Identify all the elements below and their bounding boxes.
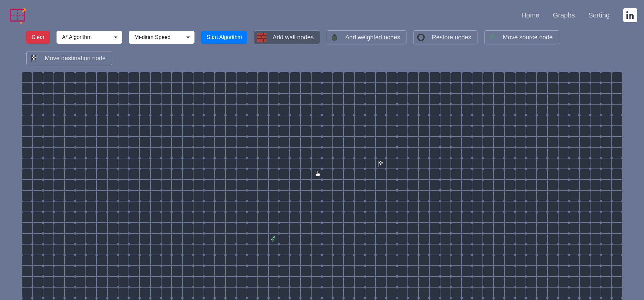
grid-cell[interactable] — [269, 255, 279, 266]
grid-cell[interactable] — [344, 255, 354, 266]
grid-cell[interactable] — [150, 276, 161, 287]
grid-cell[interactable] — [236, 180, 247, 190]
grid-cell[interactable] — [107, 169, 118, 180]
grid-cell[interactable] — [504, 104, 515, 115]
grid-cell[interactable] — [161, 115, 172, 126]
grid-cell[interactable] — [107, 126, 118, 137]
grid-cell[interactable] — [140, 126, 150, 137]
grid-cell[interactable] — [290, 180, 300, 190]
grid-cell[interactable] — [408, 255, 419, 266]
grid-cell[interactable] — [494, 244, 504, 255]
grid-cell[interactable] — [172, 298, 182, 300]
grid-cell[interactable] — [311, 298, 322, 300]
grid-cell[interactable] — [215, 169, 225, 180]
grid-cell[interactable] — [269, 158, 279, 169]
grid-cell[interactable] — [365, 276, 376, 287]
grid-cell[interactable] — [204, 72, 215, 83]
grid-cell[interactable] — [440, 126, 451, 137]
grid-cell[interactable] — [204, 223, 215, 233]
grid-cell[interactable] — [215, 244, 225, 255]
grid-cell[interactable] — [150, 255, 161, 266]
grid-cell[interactable] — [462, 276, 472, 287]
grid-cell[interactable] — [225, 233, 236, 244]
grid-cell[interactable] — [526, 266, 537, 276]
grid-cell[interactable] — [193, 255, 204, 266]
grid-cell[interactable] — [537, 115, 547, 126]
grid-cell[interactable] — [258, 169, 269, 180]
grid-cell[interactable] — [504, 298, 515, 300]
grid-cell[interactable] — [462, 223, 472, 233]
grid-cell[interactable] — [397, 72, 408, 83]
grid-cell[interactable] — [32, 83, 43, 93]
grid-cell[interactable] — [365, 180, 376, 190]
grid-cell[interactable] — [537, 104, 547, 115]
grid-cell[interactable] — [22, 201, 32, 212]
grid-cell[interactable] — [354, 255, 365, 266]
grid-cell[interactable] — [504, 169, 515, 180]
grid-cell[interactable] — [204, 147, 215, 158]
grid-cell[interactable] — [579, 276, 590, 287]
grid-cell[interactable] — [269, 126, 279, 137]
grid-cell[interactable] — [429, 212, 440, 223]
grid-cell[interactable] — [22, 104, 32, 115]
grid-cell[interactable] — [225, 115, 236, 126]
grid-cell[interactable] — [215, 180, 225, 190]
grid-cell[interactable] — [494, 169, 504, 180]
grid-cell[interactable] — [54, 180, 65, 190]
grid-cell[interactable] — [247, 169, 258, 180]
grid-cell[interactable] — [429, 287, 440, 298]
grid-cell[interactable] — [579, 233, 590, 244]
grid-cell[interactable] — [612, 212, 622, 223]
grid-cell[interactable] — [107, 233, 118, 244]
grid-cell[interactable] — [269, 266, 279, 276]
grid-cell[interactable] — [419, 276, 429, 287]
grid-cell[interactable] — [397, 287, 408, 298]
grid-cell[interactable] — [612, 180, 622, 190]
grid-cell[interactable] — [161, 223, 172, 233]
grid-cell[interactable] — [483, 93, 494, 104]
grid-cell[interactable] — [494, 93, 504, 104]
grid-cell[interactable] — [537, 190, 547, 201]
grid-cell[interactable] — [537, 212, 547, 223]
grid-cell[interactable] — [300, 233, 311, 244]
grid-cell[interactable] — [504, 255, 515, 266]
grid-cell[interactable] — [129, 115, 140, 126]
grid-cell[interactable] — [204, 93, 215, 104]
grid-cell[interactable] — [419, 223, 429, 233]
grid-cell[interactable] — [193, 158, 204, 169]
grid-cell[interactable] — [569, 72, 580, 83]
grid-cell[interactable] — [462, 93, 472, 104]
grid-cell[interactable] — [526, 169, 537, 180]
grid-cell[interactable] — [547, 158, 558, 169]
grid-cell[interactable] — [429, 169, 440, 180]
grid-cell[interactable] — [440, 244, 451, 255]
grid-cell[interactable] — [322, 201, 333, 212]
grid-cell[interactable] — [204, 287, 215, 298]
grid-cell[interactable] — [118, 298, 129, 300]
grid-cell[interactable] — [408, 93, 419, 104]
grid-cell[interactable] — [97, 126, 107, 137]
grid-cell[interactable] — [311, 223, 322, 233]
grid-cell[interactable] — [386, 104, 397, 115]
grid-cell[interactable] — [419, 233, 429, 244]
grid-cell[interactable] — [429, 201, 440, 212]
grid-cell[interactable] — [86, 115, 97, 126]
grid-cell[interactable] — [75, 147, 86, 158]
grid-cell[interactable] — [451, 233, 462, 244]
grid-cell[interactable] — [22, 137, 32, 147]
grid-cell[interactable] — [344, 201, 354, 212]
grid-cell[interactable] — [300, 190, 311, 201]
grid-cell[interactable] — [547, 147, 558, 158]
grid-cell[interactable] — [483, 126, 494, 137]
grid-cell[interactable] — [365, 83, 376, 93]
grid-cell[interactable] — [386, 158, 397, 169]
grid-cell[interactable] — [290, 255, 300, 266]
grid-cell[interactable] — [107, 147, 118, 158]
grid-cell[interactable] — [365, 266, 376, 276]
grid-cell[interactable] — [526, 72, 537, 83]
grid-cell[interactable] — [97, 298, 107, 300]
grid-cell[interactable] — [172, 276, 182, 287]
grid-cell[interactable] — [397, 158, 408, 169]
grid-cell[interactable] — [118, 266, 129, 276]
grid-cell[interactable] — [290, 169, 300, 180]
